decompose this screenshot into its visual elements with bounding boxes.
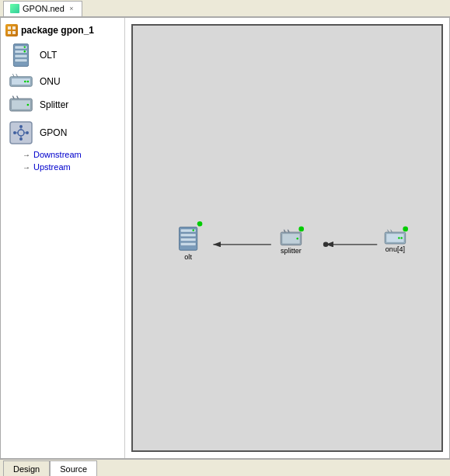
gpon-downstream-item[interactable]: → Downstream <box>1 148 124 161</box>
palette-group-label: package gpon_1 <box>21 25 94 36</box>
svg-point-26 <box>13 131 16 134</box>
svg-point-21 <box>27 104 30 106</box>
gpon-upstream-item[interactable]: → Upstream <box>1 161 124 173</box>
svg-point-56 <box>398 237 399 238</box>
svg-text:olt: olt <box>184 253 192 261</box>
splitter-icon <box>9 96 33 114</box>
splitter-node: splitter <box>281 227 304 255</box>
palette-panel: package gpon_1 OLT <box>1 18 125 458</box>
svg-rect-2 <box>8 31 11 34</box>
svg-text:onu[4]: onu[4] <box>385 245 405 253</box>
canvas-area: olt splitter <box>125 18 449 458</box>
svg-text:splitter: splitter <box>281 247 302 255</box>
tab-close-button[interactable]: × <box>68 5 75 12</box>
source-tab-label: Source <box>60 464 87 474</box>
svg-point-36 <box>323 241 329 247</box>
upstream-label: Upstream <box>33 162 71 172</box>
svg-point-10 <box>24 50 26 52</box>
svg-line-19 <box>12 96 14 99</box>
splitter-label: Splitter <box>40 99 68 110</box>
olt-label: OLT <box>40 50 57 61</box>
arrow-right-icon-2: → <box>23 163 30 172</box>
svg-rect-8 <box>15 59 27 62</box>
svg-point-52 <box>403 227 408 232</box>
palette-group-header: package gpon_1 <box>1 23 124 40</box>
svg-line-15 <box>12 74 14 77</box>
svg-point-55 <box>400 237 402 238</box>
svg-point-14 <box>24 81 26 83</box>
svg-point-25 <box>19 137 23 141</box>
svg-rect-41 <box>180 238 196 241</box>
tab-label: GPON.ned <box>23 4 65 13</box>
onu-label: ONU <box>40 76 61 87</box>
svg-point-27 <box>26 131 29 134</box>
svg-rect-1 <box>12 26 16 30</box>
design-tab[interactable]: Design <box>3 460 50 476</box>
onu-node: onu[4] <box>385 227 408 253</box>
svg-rect-40 <box>180 234 196 237</box>
svg-line-49 <box>288 230 289 232</box>
svg-rect-42 <box>180 242 196 245</box>
gpon-label: GPON <box>40 127 67 138</box>
svg-point-37 <box>197 221 203 227</box>
palette-item-onu[interactable]: ONU <box>1 71 124 92</box>
svg-point-50 <box>296 238 298 239</box>
olt-icon <box>9 43 33 68</box>
file-tab[interactable]: GPON.ned × <box>3 1 82 16</box>
main-area: package gpon_1 OLT <box>0 17 450 459</box>
svg-point-45 <box>298 227 304 232</box>
gpon-icon <box>9 120 33 145</box>
svg-line-57 <box>388 230 389 232</box>
source-tab[interactable]: Source <box>50 460 97 476</box>
svg-line-20 <box>17 96 19 99</box>
bottom-tabs: Design Source <box>0 459 450 476</box>
diagram-svg: olt splitter <box>133 26 441 450</box>
network-canvas[interactable]: olt splitter <box>131 24 443 452</box>
tab-icon <box>10 4 19 13</box>
svg-rect-0 <box>8 26 11 30</box>
svg-point-24 <box>19 125 23 128</box>
svg-rect-7 <box>15 54 27 57</box>
olt-node: olt <box>180 221 203 261</box>
svg-line-48 <box>284 230 285 232</box>
svg-rect-3 <box>12 31 16 34</box>
package-icon <box>5 24 18 36</box>
svg-point-43 <box>193 229 194 231</box>
downstream-label: Downstream <box>33 150 82 159</box>
svg-point-9 <box>24 46 26 47</box>
palette-item-olt[interactable]: OLT <box>1 40 124 71</box>
arrow-right-icon: → <box>23 151 30 159</box>
svg-line-16 <box>16 74 18 77</box>
svg-point-13 <box>27 81 30 83</box>
palette-item-splitter[interactable]: Splitter <box>1 92 124 117</box>
palette-item-gpon[interactable]: GPON <box>1 117 124 148</box>
onu-icon <box>9 74 33 89</box>
design-tab-label: Design <box>13 464 40 474</box>
title-bar: GPON.ned × <box>0 0 450 17</box>
svg-line-58 <box>391 230 392 232</box>
